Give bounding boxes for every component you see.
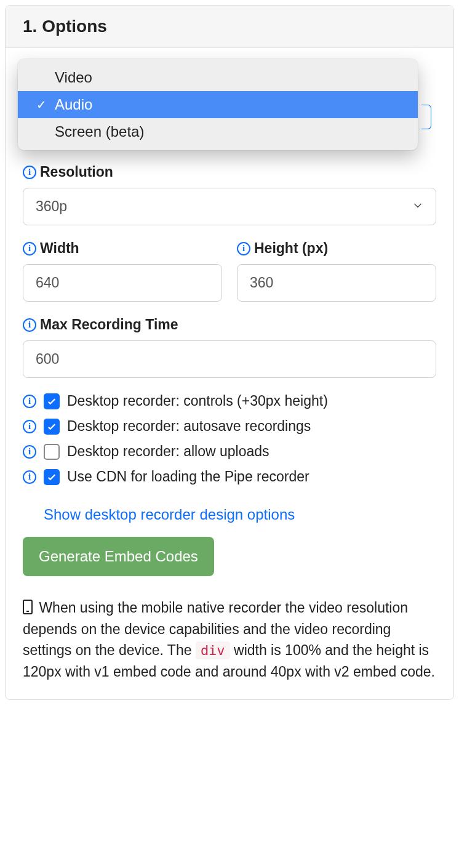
mobile-icon — [23, 600, 33, 614]
checkbox-row-autosave: Desktop recorder: autosave recordings — [23, 418, 436, 435]
resolution-field: Resolution 360p — [23, 164, 436, 225]
max-time-label: Max Recording Time — [40, 316, 178, 333]
checkbox-label: Desktop recorder: allow uploads — [67, 443, 269, 460]
info-icon[interactable] — [23, 166, 36, 179]
dropdown-option-audio[interactable]: ✓ Audio — [18, 91, 418, 118]
checkbox-row-controls: Desktop recorder: controls (+30px height… — [23, 393, 436, 409]
dropdown-option-screen[interactable]: Screen (beta) — [18, 118, 418, 145]
width-label: Width — [40, 240, 79, 257]
checkbox-label: Desktop recorder: autosave recordings — [67, 418, 311, 435]
panel-title: 1. Options — [23, 17, 436, 36]
checkbox-list: Desktop recorder: controls (+30px height… — [23, 393, 436, 485]
info-icon[interactable] — [23, 420, 36, 433]
max-time-input[interactable] — [23, 340, 436, 378]
dropdown-option-video[interactable]: Video — [18, 64, 418, 91]
width-input[interactable] — [23, 264, 222, 302]
checkbox-label: Desktop recorder: controls (+30px height… — [67, 393, 328, 409]
info-icon[interactable] — [23, 318, 36, 332]
select-edge-behind-dropdown — [421, 105, 431, 129]
checkbox-row-cdn: Use CDN for loading the Pipe recorder — [23, 468, 436, 485]
height-field: Height (px) — [237, 240, 436, 302]
check-icon: ✓ — [36, 97, 47, 112]
info-icon[interactable] — [23, 445, 36, 459]
info-icon[interactable] — [23, 242, 36, 255]
max-time-field: Max Recording Time — [23, 316, 436, 378]
width-field: Width — [23, 240, 222, 302]
height-input[interactable] — [237, 264, 436, 302]
info-icon[interactable] — [237, 242, 250, 255]
checkbox-controls[interactable] — [44, 393, 60, 409]
info-icon[interactable] — [23, 470, 36, 484]
resolution-label: Resolution — [40, 164, 113, 180]
panel-header: 1. Options — [6, 6, 453, 48]
recording-type-dropdown[interactable]: Video ✓ Audio Screen (beta) — [18, 59, 418, 150]
height-label: Height (px) — [254, 240, 328, 257]
checkbox-cdn[interactable] — [44, 469, 60, 485]
note-code: div — [196, 641, 230, 659]
show-design-options-link[interactable]: Show desktop recorder design options — [23, 506, 295, 523]
mobile-note: When using the mobile native recorder th… — [23, 597, 436, 682]
resolution-value: 360p — [23, 188, 436, 225]
info-icon[interactable] — [23, 395, 36, 408]
checkbox-autosave[interactable] — [44, 419, 60, 435]
checkbox-row-uploads: Desktop recorder: allow uploads — [23, 443, 436, 460]
options-panel: 1. Options Video ✓ Audio Screen (beta) R… — [5, 5, 454, 700]
checkbox-label: Use CDN for loading the Pipe recorder — [67, 468, 309, 485]
generate-embed-button[interactable]: Generate Embed Codes — [23, 537, 214, 576]
panel-body: Video ✓ Audio Screen (beta) Resolution 3… — [6, 48, 453, 699]
resolution-select[interactable]: 360p — [23, 188, 436, 225]
checkbox-uploads[interactable] — [44, 444, 60, 460]
